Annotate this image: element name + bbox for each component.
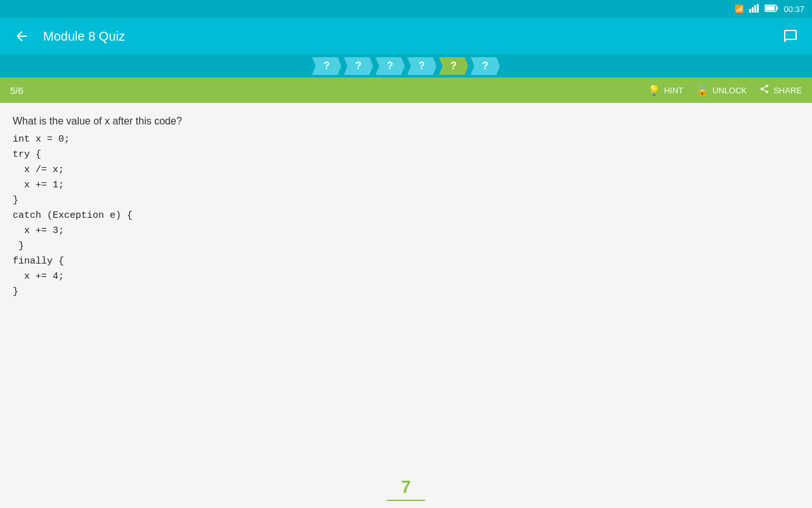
progress-step-1[interactable]: ? <box>312 57 341 75</box>
app-title: Module 8 Quiz <box>43 29 769 44</box>
unlock-button[interactable]: 🔒 UNLOCK <box>696 84 747 97</box>
quiz-counter: 5/6 <box>10 85 635 96</box>
progress-step-5[interactable]: ? <box>439 57 468 75</box>
progress-step-2[interactable]: ? <box>344 57 373 75</box>
code-block: int x = 0; try { x /= x; x += 1; } catch… <box>13 132 799 300</box>
svg-rect-6 <box>766 6 775 10</box>
share-button[interactable]: SHARE <box>759 84 802 97</box>
progress-step-6[interactable]: ? <box>471 57 500 75</box>
answer-area: 7 <box>0 457 812 508</box>
share-label: SHARE <box>773 86 802 95</box>
app-bar: Module 8 Quiz <box>0 18 812 55</box>
svg-rect-5 <box>777 7 778 10</box>
share-icon <box>759 84 769 97</box>
lock-icon: 🔒 <box>696 84 709 97</box>
unlock-label: UNLOCK <box>712 86 747 95</box>
battery-icon <box>764 4 778 14</box>
svg-rect-3 <box>757 4 759 13</box>
wifi-icon: 📶 <box>735 4 744 13</box>
signal-icon <box>749 4 759 15</box>
answer-value: 7 <box>387 477 425 501</box>
chat-button[interactable] <box>779 25 802 48</box>
counter-bar: 5/6 💡 HINT 🔒 UNLOCK SHARE <box>0 77 812 103</box>
progress-step-4[interactable]: ? <box>407 57 436 75</box>
status-bar: 📶 00:37 <box>0 0 812 18</box>
hint-icon: 💡 <box>648 84 660 97</box>
back-button[interactable] <box>10 25 33 48</box>
progress-bar: ?????? <box>0 55 812 77</box>
svg-rect-0 <box>749 9 751 13</box>
hint-label: HINT <box>664 86 683 95</box>
status-time: 00:37 <box>783 4 804 14</box>
svg-rect-1 <box>752 7 754 13</box>
progress-step-3[interactable]: ? <box>376 57 405 75</box>
question-text: What is the value of x after this code? <box>13 116 799 127</box>
hint-button[interactable]: 💡 HINT <box>648 84 683 97</box>
svg-rect-2 <box>754 5 756 13</box>
main-content: What is the value of x after this code? … <box>0 103 812 457</box>
